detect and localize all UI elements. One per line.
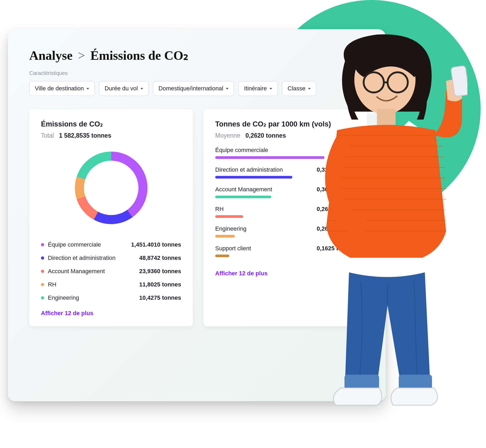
filter-domestic-international[interactable]: Domestique/international <box>153 81 234 96</box>
bar-label: Équipe commerciale <box>215 147 268 154</box>
card-title: Émissions de CO₂ <box>41 120 181 128</box>
filter-flight-duration[interactable]: Durée du vol <box>99 81 149 96</box>
legend-left: Direction et administration <box>41 255 115 261</box>
legend-label: Direction et administration <box>48 255 115 261</box>
svg-rect-4 <box>377 109 396 125</box>
legend-left: Équipe commerciale <box>41 241 101 248</box>
bar-label: Direction et administration <box>215 166 283 173</box>
filter-destination-city[interactable]: Ville de destination <box>29 81 95 96</box>
chevron-down-icon <box>226 88 229 90</box>
show-more-link[interactable]: Afficher 12 de plus <box>215 270 268 277</box>
legend-left: Account Management <box>41 268 105 275</box>
bar-fill <box>215 255 229 257</box>
card-subtitle: Total 1 582,8535 tonnes <box>41 132 181 139</box>
chevron-down-icon <box>140 88 143 90</box>
legend-row: Account Management23,9360 tonnes <box>41 265 181 278</box>
subtitle-value: 1 582,8535 tonnes <box>59 132 111 139</box>
subtitle-label: Moyenne <box>215 132 240 139</box>
legend-value: 1,451.4010 tonnes <box>131 241 181 248</box>
subtitle-value: 0,2620 tonnes <box>246 132 286 139</box>
donut-legend: Équipe commerciale1,451.4010 tonnesDirec… <box>41 238 181 305</box>
show-more-link[interactable]: Afficher 12 de plus <box>41 310 93 317</box>
donut-chart <box>41 147 181 229</box>
legend-value: 23,9360 tonnes <box>139 268 181 275</box>
filter-itinerary[interactable]: Itinéraire <box>238 81 278 96</box>
legend-left: RH <box>41 281 56 288</box>
card-emissions-total: Émissions de CO₂ Total 1 582,8535 tonnes… <box>29 109 193 326</box>
legend-color-dot <box>41 243 44 246</box>
donut-segment <box>81 156 111 178</box>
legend-value: 48,8742 tonnes <box>139 255 181 261</box>
legend-row: Direction et administration48,8742 tonne… <box>41 251 181 265</box>
chevron-down-icon <box>269 88 272 90</box>
bar-fill <box>215 215 243 218</box>
breadcrumb-root[interactable]: Analyse <box>29 48 73 62</box>
legend-row: Équipe commerciale1,451.4010 tonnes <box>41 238 181 251</box>
bar-label: RH <box>215 206 224 213</box>
decorative-person-with-phone <box>297 29 467 436</box>
legend-label: Account Management <box>48 268 105 275</box>
svg-rect-16 <box>344 375 379 389</box>
filter-label: Domestique/international <box>159 85 223 92</box>
legend-row: Engineering10,4275 tonnes <box>41 291 181 305</box>
bar-label: Account Management <box>215 186 272 193</box>
svg-rect-17 <box>399 375 432 389</box>
bar-fill <box>215 176 292 179</box>
legend-left: Engineering <box>41 294 79 301</box>
legend-color-dot <box>41 296 44 299</box>
bar-label: Support client <box>215 245 251 252</box>
legend-label: Engineering <box>48 294 79 301</box>
breadcrumb-separator: > <box>76 48 87 62</box>
person-illustration <box>297 29 467 436</box>
donut-segment <box>96 214 130 220</box>
chevron-down-icon <box>86 88 89 90</box>
legend-color-dot <box>41 256 44 260</box>
filter-label: Durée du vol <box>105 85 138 92</box>
filter-label: Itinéraire <box>244 85 267 92</box>
legend-color-dot <box>41 270 44 273</box>
breadcrumb-current: Émissions de CO₂ <box>90 48 188 62</box>
legend-label: RH <box>48 281 56 288</box>
donut-chart-svg <box>70 147 152 229</box>
legend-value: 10,4275 tonnes <box>139 294 181 301</box>
donut-segment <box>111 156 143 214</box>
legend-value: 11,8025 tonnes <box>139 281 181 288</box>
subtitle-label: Total <box>41 132 54 139</box>
legend-row: RH11,8025 tonnes <box>41 278 181 291</box>
legend-color-dot <box>41 283 44 286</box>
donut-segment <box>81 198 96 216</box>
filter-label: Ville de destination <box>35 85 84 92</box>
bar-fill <box>215 235 235 238</box>
bar-label: Engineering <box>215 225 246 232</box>
card-title-text: Tonnes de CO₂ par 1000 km <box>215 120 310 128</box>
legend-label: Équipe commerciale <box>48 241 101 248</box>
donut-segment <box>79 178 81 198</box>
bar-fill <box>215 196 271 198</box>
